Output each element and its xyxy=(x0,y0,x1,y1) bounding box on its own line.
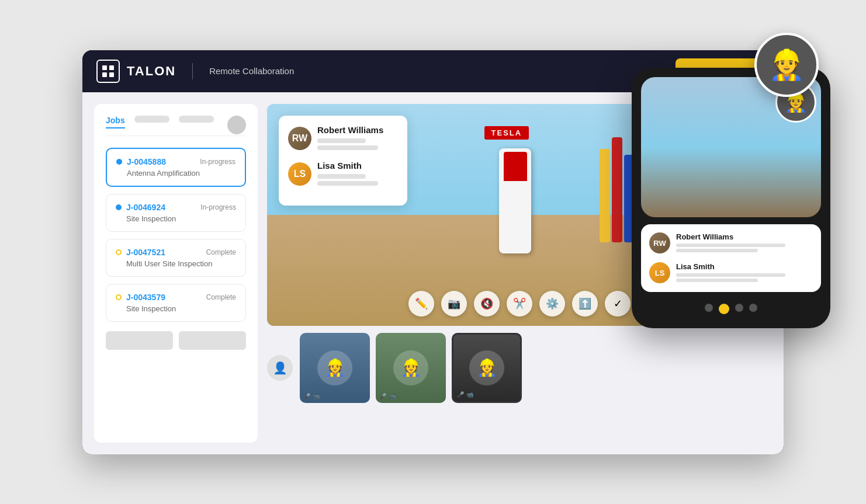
mobile-video-bg: 👷 xyxy=(641,77,821,217)
job-dot-2 xyxy=(116,204,122,210)
job-name-4: Site Inspection xyxy=(126,304,236,313)
control-scissor[interactable]: ✂️ xyxy=(507,291,532,317)
thumb-1-content: 👷 xyxy=(300,333,370,403)
sidebar-tab-jobs[interactable]: Jobs xyxy=(106,116,125,128)
svg-rect-0 xyxy=(102,65,107,70)
job-status-4: Complete xyxy=(206,293,236,301)
mobile-dot-4[interactable] xyxy=(749,304,757,312)
job-id-row-2: J-0046924 xyxy=(116,203,165,212)
mobile-participant-2: LS Lisa Smith xyxy=(649,262,813,284)
job-id-row-1: J-0045888 xyxy=(116,157,166,166)
job-status-3: Complete xyxy=(206,248,236,256)
sidebar: Jobs J-0045888 In-progress Antenna Ampli xyxy=(94,104,258,443)
logo-icon xyxy=(96,60,120,83)
mobile-info-1: Robert Williams xyxy=(676,232,813,254)
thumb-3-cam-icon: 📹 xyxy=(466,391,473,398)
thumb-2-cam-icon: 📹 xyxy=(389,393,396,399)
video-thumb-2[interactable]: 👷 🎤 📹 xyxy=(376,333,446,403)
mobile-dot-3[interactable] xyxy=(735,304,743,312)
header-divider xyxy=(192,63,193,79)
job-id-row-3: J-0047521 xyxy=(116,248,165,257)
job-header-1: J-0045888 In-progress xyxy=(116,157,235,166)
sidebar-user-avatar[interactable] xyxy=(227,116,246,134)
mobile-overlay: 👷 RW Robert Williams LS Lisa Smith xyxy=(632,68,830,328)
sidebar-bottom xyxy=(106,331,246,350)
participant-line-1a xyxy=(317,138,366,143)
control-check[interactable]: ✓ xyxy=(605,291,631,317)
wire-yellow xyxy=(600,149,610,242)
job-id-row-4: J-0043579 xyxy=(116,293,165,302)
participant-line-2a xyxy=(317,174,366,179)
job-item-1[interactable]: J-0045888 In-progress Antenna Amplificat… xyxy=(106,148,246,187)
mobile-avatar-1: RW xyxy=(649,232,670,253)
thumb-2-mic-icon: 🎤 xyxy=(379,393,386,399)
sidebar-tab-placeholder-1[interactable] xyxy=(134,116,169,123)
header-subtitle: Remote Collaboration xyxy=(209,66,294,76)
add-participant-button[interactable]: 👤 xyxy=(267,355,293,381)
controls-bar: ✏️ 📷 🔇 ✂️ ⚙️ ⬆️ ✓ xyxy=(408,291,631,317)
charger-top xyxy=(504,152,527,181)
svg-rect-3 xyxy=(109,72,114,77)
job-id-3: J-0047521 xyxy=(126,248,165,257)
logo-text: TALON xyxy=(127,64,176,79)
mobile-info-2: Lisa Smith xyxy=(676,262,813,284)
thumb-3-icons: 🎤 📹 xyxy=(457,391,473,398)
mobile-line-2a xyxy=(676,273,785,277)
participant-name-2: Lisa Smith xyxy=(317,161,398,171)
job-header-4: J-0043579 Complete xyxy=(116,293,236,302)
mobile-name-1: Robert Williams xyxy=(676,232,813,241)
video-thumb-3[interactable]: 👷 🎤 📹 xyxy=(452,333,522,403)
sidebar-tab-placeholder-2[interactable] xyxy=(179,116,214,123)
floating-avatar-icon: 👷 xyxy=(768,48,805,82)
wire-red xyxy=(612,137,622,242)
participant-row-2: LS Lisa Smith xyxy=(288,161,398,188)
floating-avatar: 👷 xyxy=(754,33,819,97)
mobile-dots xyxy=(641,299,821,319)
mobile-avatar-2: LS xyxy=(649,262,670,283)
job-header-3: J-0047521 Complete xyxy=(116,248,236,257)
sidebar-tabs: Jobs xyxy=(106,116,246,136)
participant-info-2: Lisa Smith xyxy=(317,161,398,188)
thumb-3-mic-icon: 🎤 xyxy=(457,391,464,398)
participant-card: RW Robert Williams LS Lisa Smith xyxy=(279,116,407,206)
thumb-1-icons: 🎤 📹 xyxy=(303,393,320,399)
job-dot-1 xyxy=(116,159,122,165)
job-header-2: J-0046924 In-progress xyxy=(116,203,236,212)
sidebar-btn-1[interactable] xyxy=(106,331,173,350)
control-draw[interactable]: ✏️ xyxy=(408,291,434,317)
control-mute[interactable]: 🔇 xyxy=(474,291,500,317)
control-share[interactable]: ⬆️ xyxy=(572,291,598,317)
mobile-participants: RW Robert Williams LS Lisa Smith xyxy=(641,224,821,292)
job-item-2[interactable]: J-0046924 In-progress Site Inspection xyxy=(106,194,246,232)
svg-rect-2 xyxy=(102,72,107,77)
mobile-video-top: 👷 xyxy=(641,77,821,217)
job-dot-4 xyxy=(116,294,122,300)
svg-rect-1 xyxy=(109,65,114,70)
job-status-2: In-progress xyxy=(200,203,236,211)
participant-info-1: Robert Williams xyxy=(317,125,398,152)
thumb-2-icons: 🎤 📹 xyxy=(379,393,396,399)
mobile-participant-1: RW Robert Williams xyxy=(649,232,813,254)
job-id-2: J-0046924 xyxy=(126,203,165,212)
app-wrapper: TALON Remote Collaboration Get Started J… xyxy=(82,50,784,454)
job-name-3: Multi User Site Inspection xyxy=(126,259,236,268)
thumb-2-avatar: 👷 xyxy=(393,350,428,385)
tesla-text-center: TESLA xyxy=(484,126,529,140)
control-settings[interactable]: ⚙️ xyxy=(539,291,565,317)
video-thumbnails: 👷 🎤 📹 👷 xyxy=(300,333,772,403)
mobile-dot-2-active[interactable] xyxy=(719,304,729,314)
video-thumb-1[interactable]: 👷 🎤 📹 xyxy=(300,333,370,403)
job-id-4: J-0043579 xyxy=(126,293,165,302)
job-item-4[interactable]: J-0043579 Complete Site Inspection xyxy=(106,284,246,322)
mobile-name-2: Lisa Smith xyxy=(676,262,813,271)
job-status-1: In-progress xyxy=(200,158,235,166)
participant-avatar-1: RW xyxy=(288,127,311,150)
job-name-2: Site Inspection xyxy=(126,214,236,223)
mobile-dot-1[interactable] xyxy=(705,304,713,312)
job-item-3[interactable]: J-0047521 Complete Multi User Site Inspe… xyxy=(106,239,246,277)
participant-line-1b xyxy=(317,145,378,150)
job-dot-3 xyxy=(116,249,122,255)
control-camera[interactable]: 📷 xyxy=(441,291,467,317)
sidebar-btn-2[interactable] xyxy=(179,331,246,350)
job-id-1: J-0045888 xyxy=(127,157,166,166)
